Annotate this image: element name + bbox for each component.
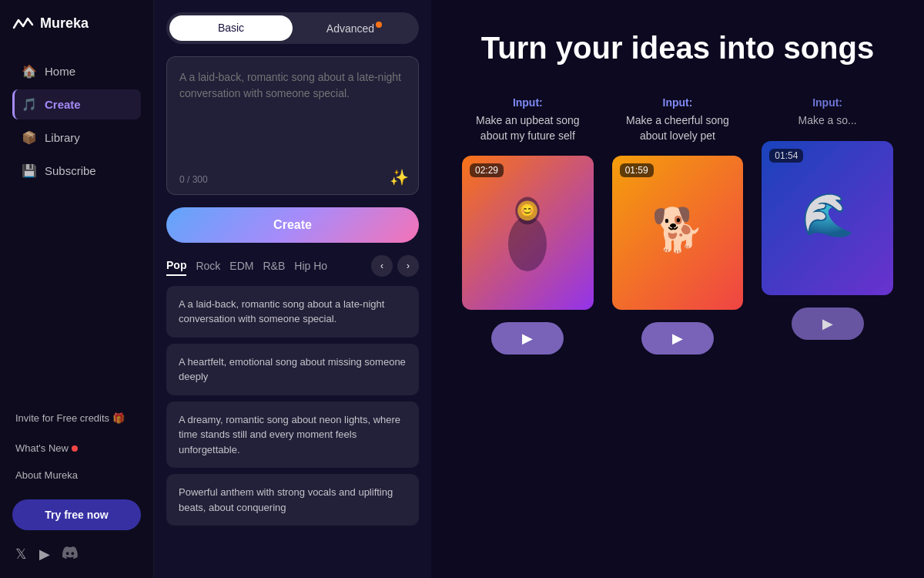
song-card-2-play-button[interactable]: ▶ (641, 322, 714, 355)
right-panel-title: Turn your ideas into songs (462, 31, 893, 66)
song-card-1-input-label: Input: (513, 96, 543, 109)
about-link[interactable]: About Mureka (12, 463, 141, 487)
song-card-2: Input: Make a cheerful song about lovely… (612, 96, 744, 355)
song-card-1-desc: Make an upbeat song about my future self (462, 113, 594, 143)
svg-text:🐕: 🐕 (651, 205, 704, 255)
social-links: 𝕏 ▶ (12, 546, 141, 563)
song-card-2-input-label: Input: (663, 96, 693, 109)
sidebar-item-subscribe[interactable]: 💾 Subscribe (12, 156, 141, 186)
magic-icon[interactable]: ✨ (390, 168, 409, 187)
create-icon: 🎵 (22, 97, 37, 112)
song-card-3: Input: Make a so... 🌊 01:54 ▶ (762, 96, 893, 355)
song-card-3-duration: 01:54 (769, 149, 803, 163)
song-card-1: Input: Make an upbeat song about my futu… (462, 96, 594, 355)
sidebar-item-library-label: Library (45, 131, 80, 144)
basic-mode-button[interactable]: Basic (169, 15, 293, 41)
sidebar-item-home-label: Home (45, 65, 75, 78)
song-card-1-duration: 02:29 (470, 163, 504, 177)
mode-toggle: Basic Advanced (166, 12, 419, 44)
prompt-area: 0 / 300 ✨ (166, 56, 419, 195)
genre-tabs: Pop Rock EDM R&B Hip Ho ‹ › (166, 255, 419, 277)
whatsnew-link[interactable]: What's New (12, 436, 141, 460)
sidebar-item-create-label: Create (45, 98, 81, 111)
svg-text:😊: 😊 (520, 203, 535, 218)
advanced-mode-button[interactable]: Advanced (293, 15, 416, 41)
discord-icon[interactable] (62, 546, 78, 563)
logo: Mureka (12, 15, 141, 32)
sidebar-item-subscribe-label: Subscribe (45, 164, 96, 177)
genre-nav: ‹ › (371, 255, 419, 277)
library-icon: 📦 (22, 130, 37, 145)
right-panel: Turn your ideas into songs Input: Make a… (431, 0, 924, 578)
song-card-3-input-label: Input: (812, 96, 842, 109)
song-card-3-image: 🌊 (762, 141, 893, 295)
suggestion-item[interactable]: Powerful anthem with strong vocals and u… (166, 474, 419, 526)
sidebar-item-create[interactable]: 🎵 Create (12, 89, 141, 119)
create-button[interactable]: Create (166, 207, 419, 243)
genre-tab-pop[interactable]: Pop (166, 256, 186, 276)
song-card-1-play-button[interactable]: ▶ (491, 322, 564, 355)
song-card-1-image: 😊 (462, 156, 594, 310)
song-card-2-image: 🐕 (612, 156, 744, 310)
suggestion-item[interactable]: A dreamy, romantic song about neon light… (166, 402, 419, 469)
genre-prev-button[interactable]: ‹ (371, 255, 393, 277)
creation-panel: Basic Advanced 0 / 300 ✨ Create Pop Rock… (154, 0, 431, 578)
sidebar-item-library[interactable]: 📦 Library (12, 123, 141, 153)
twitter-icon[interactable]: 𝕏 (15, 546, 27, 563)
youtube-icon[interactable]: ▶ (39, 546, 50, 563)
sidebar-nav: 🏠 Home 🎵 Create 📦 Library 💾 Subscribe (12, 56, 141, 189)
logo-icon (12, 17, 34, 31)
song-card-3-desc: Make a so... (798, 113, 856, 129)
char-count: 0 / 300 (179, 174, 208, 185)
svg-text:🌊: 🌊 (801, 190, 854, 240)
try-free-button[interactable]: Try free now (12, 499, 141, 530)
song-cards-row: Input: Make an upbeat song about my futu… (462, 96, 893, 355)
sidebar: Mureka 🏠 Home 🎵 Create 📦 Library 💾 Subsc… (0, 0, 154, 578)
svg-point-1 (508, 217, 547, 271)
song-card-2-desc: Make a cheerful song about lovely pet (612, 113, 744, 143)
song-card-2-duration: 01:59 (620, 163, 654, 177)
logo-text: Mureka (40, 15, 89, 32)
suggestion-item[interactable]: A a laid-back, romantic song about a lat… (166, 286, 419, 338)
genre-tab-hipho[interactable]: Hip Ho (294, 257, 327, 275)
song-card-3-play-button[interactable]: ▶ (792, 307, 864, 340)
subscribe-icon: 💾 (22, 163, 37, 178)
suggestion-item[interactable]: A heartfelt, emotional song about missin… (166, 344, 419, 395)
genre-next-button[interactable]: › (397, 255, 419, 277)
genre-tab-edm[interactable]: EDM (229, 257, 253, 275)
sidebar-item-home[interactable]: 🏠 Home (12, 56, 141, 86)
home-icon: 🏠 (22, 64, 37, 79)
invite-link[interactable]: Invite for Free credits 🎁 (12, 406, 141, 430)
whatsnew-badge (72, 445, 78, 452)
advanced-badge (376, 22, 382, 28)
genre-tab-rock[interactable]: Rock (196, 257, 220, 275)
prompt-textarea[interactable] (179, 69, 406, 162)
genre-tab-rnb[interactable]: R&B (263, 257, 285, 275)
